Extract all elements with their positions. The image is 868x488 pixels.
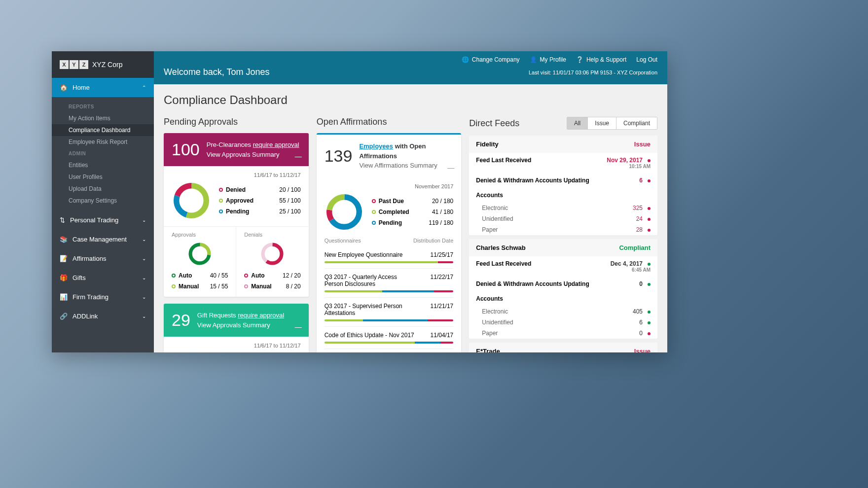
toggle-all[interactable]: All: [567, 117, 588, 129]
legend-value: 20 / 180: [432, 198, 453, 205]
account-label: Paper: [482, 226, 498, 233]
questionnaire-row[interactable]: Code of Ethics Update - Nov 201711/04/17: [325, 327, 454, 349]
account-label: Electronic: [482, 205, 508, 211]
quest-date: 11/25/17: [431, 251, 454, 258]
col-title-feeds: Direct Feeds All Issue Compliant: [469, 117, 657, 130]
sidebar: X Y Z XYZ Corp 🏠Home ⌃ REPORTS My Action…: [52, 51, 154, 352]
feed-accounts-row: Accounts: [469, 291, 657, 306]
legend-row: Approved55 / 100: [219, 195, 301, 206]
affirm-text2: View Affirmations Summary: [359, 161, 453, 171]
feed-denied-val: 0: [639, 280, 651, 287]
my-profile-link[interactable]: 👤My Profile: [530, 56, 566, 63]
app-window: X Y Z XYZ Corp 🏠Home ⌃ REPORTS My Action…: [52, 51, 667, 352]
gifts-header-text: Gift Requests require approval View Appr…: [197, 311, 284, 330]
collapse-icon[interactable]: —: [295, 323, 302, 331]
change-company-link[interactable]: 🌐Change Company: [462, 56, 520, 63]
change-company-label: Change Company: [472, 56, 520, 63]
content: Compliance Dashboard Pending Approvals 1…: [154, 84, 667, 352]
preclear-donut-chart: [172, 181, 211, 220]
gifts-text2: View Approvals Summary: [197, 320, 284, 330]
brand-name: XYZ Corp: [92, 61, 122, 69]
feed-accounts-row: Accounts: [469, 188, 657, 203]
nav-label: Affirmations: [72, 255, 106, 262]
approvals-title: Approvals: [172, 232, 228, 238]
nav-home[interactable]: 🏠Home ⌃: [52, 78, 154, 97]
logout-link[interactable]: Log Out: [636, 56, 657, 63]
affirm-month: November 2017: [325, 183, 454, 189]
feed-status: Issue: [634, 140, 651, 148]
reports-header: REPORTS: [69, 101, 154, 112]
sidebar-item-entities[interactable]: Entities: [69, 159, 154, 171]
questionnaire-row[interactable]: New Employee Questionnaire11/25/17: [325, 246, 454, 269]
card-affirmations: 139 Employees with Open Affirmations Vie…: [317, 133, 462, 352]
account-label: Electronic: [482, 308, 508, 315]
nav-affirmations[interactable]: 📝Affirmations⌄: [52, 249, 154, 268]
preclear-text2: View Approvals Summary: [207, 150, 299, 160]
nav-addlink[interactable]: 🔗ADDLink⌄: [52, 307, 154, 326]
col-pending-approvals: Pending Approvals 100 Pre-Clearances req…: [164, 117, 309, 352]
topbar: 🌐Change Company 👤My Profile ❔Help & Supp…: [154, 51, 667, 84]
quest-header-right: Distribution Date: [413, 238, 453, 244]
feed-denied-label: Denied & Withdrawn Accounts Updating: [476, 177, 589, 184]
topbar-row2: Welcome back, Tom Jones Last visit: 11/0…: [164, 63, 657, 84]
nav-gifts[interactable]: 🎁Gifts⌄: [52, 268, 154, 287]
col-direct-feeds: Direct Feeds All Issue Compliant Fidelit…: [469, 117, 657, 352]
nav-case-management[interactable]: 📚Case Management⌄: [52, 230, 154, 249]
quest-name: Q3 2017 - Supervised Person Attestations: [325, 303, 415, 316]
employees-link[interactable]: Employees: [359, 142, 393, 150]
toggle-compliant[interactable]: Compliant: [616, 117, 657, 129]
denials-auto-label: Auto: [251, 272, 264, 279]
feed-header[interactable]: Charles SchwabCompliant: [469, 239, 657, 256]
feed-header[interactable]: E*TradeIssue: [469, 343, 657, 352]
nav-label: Personal Trading: [70, 216, 118, 224]
preclear-header-text: Pre-Clearances require approval View App…: [207, 140, 299, 159]
legend-value: 55 / 100: [279, 197, 300, 204]
sidebar-item-employee-risk-report[interactable]: Employee Risk Report: [69, 136, 154, 148]
sidebar-item-upload-data[interactable]: Upload Data: [69, 183, 154, 195]
nav-label: ADDLink: [72, 313, 98, 320]
sidebar-item-compliance-dashboard[interactable]: Compliance Dashboard: [52, 124, 154, 136]
collapse-icon[interactable]: —: [295, 152, 302, 160]
main-area: 🌐Change Company 👤My Profile ❔Help & Supp…: [154, 51, 667, 352]
questionnaire-row[interactable]: Q3 2017 - Supervised Person Attestations…: [325, 298, 454, 327]
nav-icon: 📝: [60, 255, 68, 262]
questionnaire-row[interactable]: Q3 2017 - Quarterly Access Person Disclo…: [325, 269, 454, 298]
sidebar-item-my-action-items[interactable]: My Action Items: [69, 112, 154, 124]
gifts-require-approval-link[interactable]: require approval: [238, 312, 284, 319]
feed-name: Charles Schwab: [476, 244, 525, 251]
feed-accounts-label: Accounts: [476, 295, 503, 302]
feed-received-label: Feed Last Received: [476, 260, 531, 267]
chevron-down-icon: ⌄: [142, 275, 146, 280]
card-header-gifts[interactable]: 29 Gift Requests require approval View A…: [164, 304, 309, 337]
feeds-title-label: Direct Feeds: [469, 118, 519, 129]
help-link[interactable]: ❔Help & Support: [576, 56, 626, 63]
nav-firm-trading[interactable]: 📊Firm Trading⌄: [52, 287, 154, 307]
nav-personal-trading[interactable]: ⇅Personal Trading⌄: [52, 210, 154, 230]
chevron-up-icon: ⌃: [142, 85, 146, 90]
account-label: Paper: [482, 330, 498, 337]
legend-row: Denied20 / 100: [219, 184, 301, 195]
admin-header: ADMIN: [69, 148, 154, 159]
progress-bar: [325, 319, 454, 321]
feed-header[interactable]: FidelityIssue: [469, 136, 657, 153]
collapse-icon[interactable]: —: [447, 164, 454, 172]
card-header-preclear[interactable]: 100 Pre-Clearances require approval View…: [164, 133, 309, 166]
sidebar-item-company-settings[interactable]: Company Settings: [69, 195, 154, 207]
legend-row: Pending119 / 180: [372, 217, 454, 228]
quest-name: New Employee Questionnaire: [325, 251, 403, 258]
feed-denied-row: Denied & Withdrawn Accounts Updating0: [469, 277, 657, 291]
last-visit-text: Last visit: 11/01/17 03:06 PM 9153 - XYZ…: [529, 70, 657, 75]
feed-name: Fidelity: [476, 140, 499, 148]
require-approval-link[interactable]: require approval: [253, 141, 299, 148]
account-value: 0: [639, 330, 651, 337]
sidebar-reports: REPORTS My Action Items Compliance Dashb…: [52, 97, 154, 210]
legend-row: Completed41 / 180: [372, 207, 454, 217]
quest-date: 11/22/17: [431, 274, 454, 287]
toggle-issue[interactable]: Issue: [588, 117, 616, 129]
page-title: Compliance Dashboard: [164, 93, 657, 107]
col-title-affirm: Open Affirmations: [317, 117, 462, 127]
account-label: Unidentified: [482, 319, 513, 326]
sidebar-item-user-profiles[interactable]: User Profiles: [69, 171, 154, 183]
denials-title: Denials: [244, 232, 300, 238]
card-header-affirm[interactable]: 139 Employees with Open Affirmations Vie…: [317, 133, 462, 177]
